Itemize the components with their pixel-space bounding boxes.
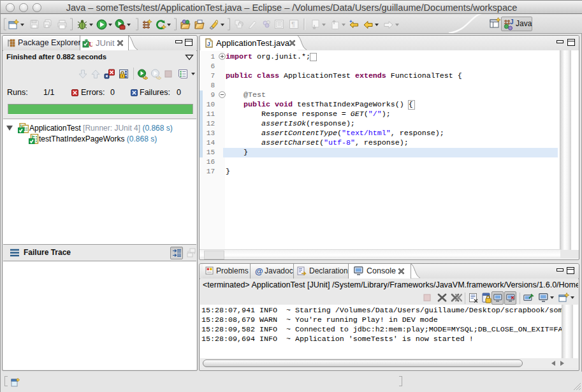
svg-text:U: U	[89, 40, 92, 48]
svg-text:¶: ¶	[291, 20, 295, 28]
svg-text:J: J	[207, 40, 210, 47]
svg-text:J: J	[510, 18, 514, 25]
